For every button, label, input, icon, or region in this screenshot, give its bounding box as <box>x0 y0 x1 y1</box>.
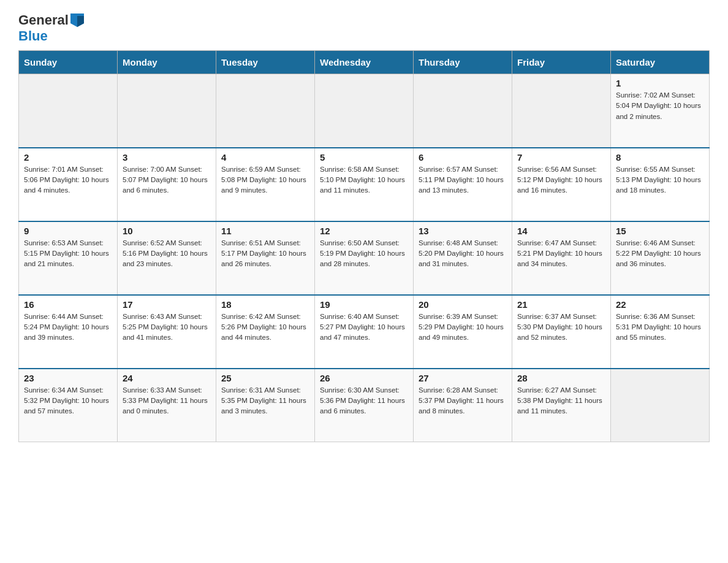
weekday-header-row: SundayMondayTuesdayWednesdayThursdayFrid… <box>19 51 710 74</box>
calendar-cell: 25Sunrise: 6:31 AM Sunset: 5:35 PM Dayli… <box>216 369 315 442</box>
calendar-table: SundayMondayTuesdayWednesdayThursdayFrid… <box>18 50 710 442</box>
day-number: 25 <box>221 373 309 383</box>
calendar-cell: 18Sunrise: 6:42 AM Sunset: 5:26 PM Dayli… <box>216 295 315 369</box>
day-info: Sunrise: 6:46 AM Sunset: 5:22 PM Dayligh… <box>616 238 704 270</box>
day-info: Sunrise: 6:30 AM Sunset: 5:36 PM Dayligh… <box>320 385 408 417</box>
calendar-cell <box>315 74 414 148</box>
day-number: 6 <box>419 152 507 163</box>
day-number: 11 <box>221 226 309 236</box>
svg-marker-1 <box>77 16 84 27</box>
day-number: 15 <box>616 226 704 236</box>
calendar-cell: 21Sunrise: 6:37 AM Sunset: 5:30 PM Dayli… <box>512 295 611 369</box>
calendar-cell: 3Sunrise: 7:00 AM Sunset: 5:07 PM Daylig… <box>118 148 216 221</box>
weekday-header-wednesday: Wednesday <box>315 51 414 74</box>
logo-wrapper: General <box>18 12 84 28</box>
calendar-cell: 2Sunrise: 7:01 AM Sunset: 5:06 PM Daylig… <box>19 148 118 221</box>
day-number: 19 <box>320 299 408 310</box>
page-header: General Blue <box>18 12 710 44</box>
day-number: 27 <box>419 373 507 383</box>
day-info: Sunrise: 6:33 AM Sunset: 5:33 PM Dayligh… <box>123 385 211 417</box>
day-number: 22 <box>616 299 704 310</box>
calendar-cell <box>414 74 512 148</box>
logo-blue-label: Blue <box>18 28 48 44</box>
day-info: Sunrise: 6:57 AM Sunset: 5:11 PM Dayligh… <box>419 164 507 196</box>
day-number: 16 <box>24 299 112 310</box>
calendar-cell: 13Sunrise: 6:48 AM Sunset: 5:20 PM Dayli… <box>414 221 512 295</box>
weekday-header-friday: Friday <box>512 51 611 74</box>
calendar-cell <box>19 74 118 148</box>
week-row-4: 16Sunrise: 6:44 AM Sunset: 5:24 PM Dayli… <box>19 295 710 369</box>
day-info: Sunrise: 6:55 AM Sunset: 5:13 PM Dayligh… <box>616 164 704 196</box>
day-number: 26 <box>320 373 408 383</box>
day-number: 21 <box>517 299 605 310</box>
calendar-cell: 22Sunrise: 6:36 AM Sunset: 5:31 PM Dayli… <box>611 295 710 369</box>
day-number: 7 <box>517 152 605 163</box>
week-row-2: 2Sunrise: 7:01 AM Sunset: 5:06 PM Daylig… <box>19 148 710 221</box>
day-number: 17 <box>123 299 211 310</box>
day-number: 5 <box>320 152 408 163</box>
day-number: 24 <box>123 373 211 383</box>
day-info: Sunrise: 7:01 AM Sunset: 5:06 PM Dayligh… <box>24 164 112 196</box>
logo-blue-wrapper: Blue <box>18 28 48 44</box>
calendar-cell: 26Sunrise: 6:30 AM Sunset: 5:36 PM Dayli… <box>315 369 414 442</box>
calendar-cell: 5Sunrise: 6:58 AM Sunset: 5:10 PM Daylig… <box>315 148 414 221</box>
day-info: Sunrise: 6:40 AM Sunset: 5:27 PM Dayligh… <box>320 312 408 343</box>
calendar-cell: 4Sunrise: 6:59 AM Sunset: 5:08 PM Daylig… <box>216 148 315 221</box>
day-number: 9 <box>24 226 112 236</box>
calendar-cell: 8Sunrise: 6:55 AM Sunset: 5:13 PM Daylig… <box>611 148 710 221</box>
calendar-cell: 7Sunrise: 6:56 AM Sunset: 5:12 PM Daylig… <box>512 148 611 221</box>
day-info: Sunrise: 6:52 AM Sunset: 5:16 PM Dayligh… <box>123 238 211 270</box>
day-info: Sunrise: 6:58 AM Sunset: 5:10 PM Dayligh… <box>320 164 408 196</box>
calendar-cell: 16Sunrise: 6:44 AM Sunset: 5:24 PM Dayli… <box>19 295 118 369</box>
calendar-cell <box>512 74 611 148</box>
day-info: Sunrise: 6:47 AM Sunset: 5:21 PM Dayligh… <box>517 238 605 270</box>
day-info: Sunrise: 6:43 AM Sunset: 5:25 PM Dayligh… <box>123 312 211 343</box>
weekday-header-saturday: Saturday <box>611 51 710 74</box>
day-number: 13 <box>419 226 507 236</box>
day-number: 20 <box>419 299 507 310</box>
day-info: Sunrise: 6:28 AM Sunset: 5:37 PM Dayligh… <box>419 385 507 417</box>
calendar-cell: 20Sunrise: 6:39 AM Sunset: 5:29 PM Dayli… <box>414 295 512 369</box>
day-info: Sunrise: 6:36 AM Sunset: 5:31 PM Dayligh… <box>616 312 704 343</box>
calendar-cell: 19Sunrise: 6:40 AM Sunset: 5:27 PM Dayli… <box>315 295 414 369</box>
day-info: Sunrise: 6:34 AM Sunset: 5:32 PM Dayligh… <box>24 385 112 417</box>
calendar-cell: 1Sunrise: 7:02 AM Sunset: 5:04 PM Daylig… <box>611 74 710 148</box>
logo-triangle-icon <box>70 13 84 27</box>
logo-general-part: General <box>18 12 69 28</box>
day-info: Sunrise: 6:51 AM Sunset: 5:17 PM Dayligh… <box>221 238 309 270</box>
calendar-cell: 14Sunrise: 6:47 AM Sunset: 5:21 PM Dayli… <box>512 221 611 295</box>
calendar-cell: 28Sunrise: 6:27 AM Sunset: 5:38 PM Dayli… <box>512 369 611 442</box>
day-number: 4 <box>221 152 309 163</box>
day-info: Sunrise: 6:27 AM Sunset: 5:38 PM Dayligh… <box>517 385 605 417</box>
calendar-cell: 23Sunrise: 6:34 AM Sunset: 5:32 PM Dayli… <box>19 369 118 442</box>
day-number: 23 <box>24 373 112 383</box>
day-info: Sunrise: 6:53 AM Sunset: 5:15 PM Dayligh… <box>24 238 112 270</box>
weekday-header-tuesday: Tuesday <box>216 51 315 74</box>
day-info: Sunrise: 6:37 AM Sunset: 5:30 PM Dayligh… <box>517 312 605 343</box>
day-number: 12 <box>320 226 408 236</box>
day-number: 28 <box>517 373 605 383</box>
day-number: 2 <box>24 152 112 163</box>
calendar-cell: 27Sunrise: 6:28 AM Sunset: 5:37 PM Dayli… <box>414 369 512 442</box>
weekday-header-sunday: Sunday <box>19 51 118 74</box>
day-info: Sunrise: 7:00 AM Sunset: 5:07 PM Dayligh… <box>123 164 211 196</box>
calendar-cell <box>118 74 216 148</box>
day-number: 18 <box>221 299 309 310</box>
calendar-cell: 17Sunrise: 6:43 AM Sunset: 5:25 PM Dayli… <box>118 295 216 369</box>
logo: General Blue <box>18 12 84 44</box>
calendar-cell <box>611 369 710 442</box>
calendar-cell: 11Sunrise: 6:51 AM Sunset: 5:17 PM Dayli… <box>216 221 315 295</box>
calendar-cell: 24Sunrise: 6:33 AM Sunset: 5:33 PM Dayli… <box>118 369 216 442</box>
calendar-cell: 9Sunrise: 6:53 AM Sunset: 5:15 PM Daylig… <box>19 221 118 295</box>
calendar-cell <box>216 74 315 148</box>
day-info: Sunrise: 6:56 AM Sunset: 5:12 PM Dayligh… <box>517 164 605 196</box>
day-number: 14 <box>517 226 605 236</box>
calendar-cell: 10Sunrise: 6:52 AM Sunset: 5:16 PM Dayli… <box>118 221 216 295</box>
week-row-3: 9Sunrise: 6:53 AM Sunset: 5:15 PM Daylig… <box>19 221 710 295</box>
day-number: 10 <box>123 226 211 236</box>
day-info: Sunrise: 6:59 AM Sunset: 5:08 PM Dayligh… <box>221 164 309 196</box>
week-row-5: 23Sunrise: 6:34 AM Sunset: 5:32 PM Dayli… <box>19 369 710 442</box>
weekday-header-monday: Monday <box>118 51 216 74</box>
day-info: Sunrise: 6:39 AM Sunset: 5:29 PM Dayligh… <box>419 312 507 343</box>
day-number: 8 <box>616 152 704 163</box>
